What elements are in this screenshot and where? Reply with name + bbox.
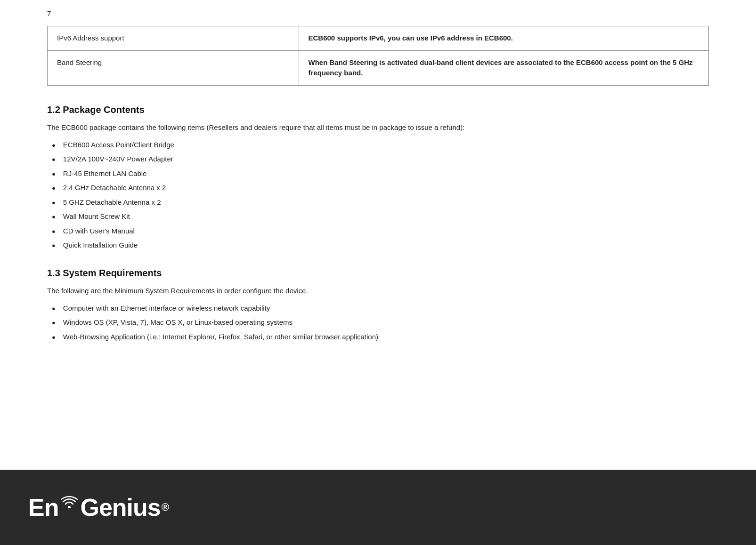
list-item: CD with User's Manual bbox=[52, 226, 709, 237]
feature-description: ECB600 supports IPv6, you can use IPv6 a… bbox=[299, 26, 708, 51]
engenius-logo: En Genius ® bbox=[28, 493, 169, 521]
system-requirements-list: Computer with an Ethernet interface or w… bbox=[52, 303, 709, 343]
feature-description: When Band Steering is activated dual-ban… bbox=[299, 50, 708, 85]
list-item: Web-Browsing Application (i.e.: Internet… bbox=[52, 332, 709, 343]
list-item: Quick Installation Guide bbox=[52, 240, 709, 251]
wifi-icon bbox=[61, 495, 78, 508]
package-contents-list: ECB600 Access Point/Client Bridge12V/2A … bbox=[52, 140, 709, 251]
system-requirements-heading: 1.3 System Requirements bbox=[47, 268, 709, 279]
system-requirements-section: 1.3 System Requirements The following ar… bbox=[47, 268, 709, 343]
list-item: Windows OS (XP, Vista, 7), Mac OS X, or … bbox=[52, 317, 709, 328]
list-item: ECB600 Access Point/Client Bridge bbox=[52, 140, 709, 151]
system-requirements-intro: The following are the Minimum System Req… bbox=[47, 285, 709, 297]
list-item: RJ-45 Ethernet LAN Cable bbox=[52, 168, 709, 179]
package-contents-section: 1.2 Package Contents The ECB600 package … bbox=[47, 104, 709, 251]
feature-table: IPv6 Address supportECB600 supports IPv6… bbox=[47, 26, 709, 86]
content-area: 7 IPv6 Address supportECB600 supports IP… bbox=[0, 0, 756, 470]
feature-name: IPv6 Address support bbox=[48, 26, 299, 51]
logo-en-text: En bbox=[28, 493, 58, 521]
logo-registered-text: ® bbox=[162, 501, 169, 513]
list-item: Computer with an Ethernet interface or w… bbox=[52, 303, 709, 314]
logo-genius-text: Genius bbox=[80, 493, 160, 521]
svg-point-0 bbox=[68, 506, 71, 508]
list-item: 2.4 GHz Detachable Antenna x 2 bbox=[52, 183, 709, 193]
package-contents-intro: The ECB600 package contains the followin… bbox=[47, 122, 709, 133]
logo-container: En Genius ® bbox=[28, 493, 169, 521]
package-contents-heading: 1.2 Package Contents bbox=[47, 104, 709, 115]
footer: En Genius ® bbox=[0, 470, 756, 545]
list-item: 12V/2A 100V~240V Power Adapter bbox=[52, 154, 709, 165]
feature-name: Band Steering bbox=[48, 50, 299, 85]
page-number: 7 bbox=[47, 9, 709, 17]
list-item: Wall Mount Screw Kit bbox=[52, 211, 709, 222]
table-row: Band SteeringWhen Band Steering is activ… bbox=[48, 50, 709, 85]
page-wrapper: 7 IPv6 Address supportECB600 supports IP… bbox=[0, 0, 756, 545]
list-item: 5 GHZ Detachable Antenna x 2 bbox=[52, 197, 709, 208]
table-row: IPv6 Address supportECB600 supports IPv6… bbox=[48, 26, 709, 51]
